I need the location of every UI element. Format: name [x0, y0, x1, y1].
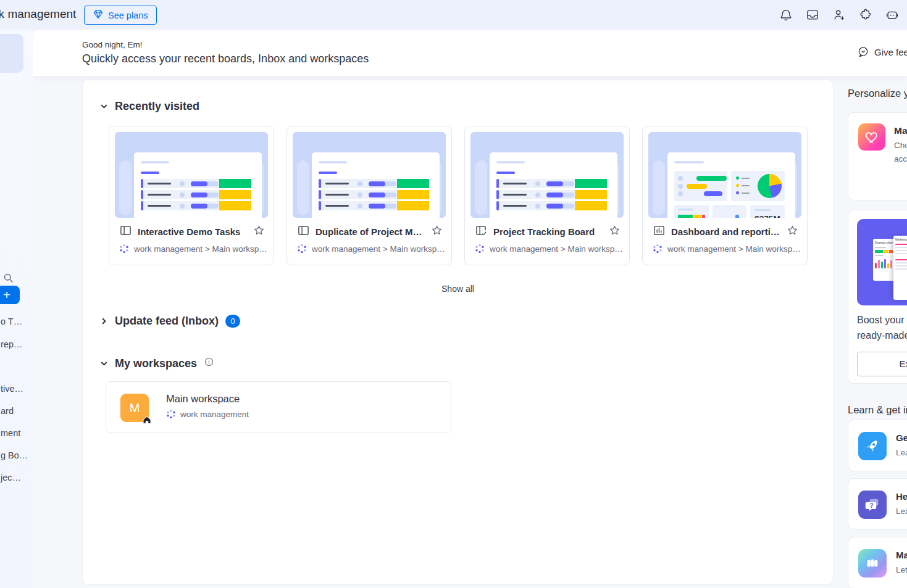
invite-members-icon[interactable]: [832, 8, 846, 22]
sidebar-item-fragment[interactable]: ment: [1, 428, 20, 438]
decor: [503, 194, 527, 196]
show-all-link[interactable]: Show all: [83, 284, 833, 294]
board-title: Duplicate of Project M…: [316, 226, 422, 237]
ai-assistant-icon[interactable]: [885, 8, 899, 22]
work-management-icon: [166, 409, 176, 419]
decor: [180, 204, 185, 209]
learn-card[interactable]: Getting started Learn how monday.com wor…: [848, 420, 907, 471]
mock-title-line: [141, 161, 169, 164]
recently-visited-title: Recently visited: [115, 100, 199, 113]
board-breadcrumb: work management > Main worksp…: [475, 244, 623, 254]
see-plans-button[interactable]: See plans: [84, 6, 157, 25]
decor: [535, 181, 540, 186]
decor: [141, 179, 143, 188]
mock-row: [496, 201, 607, 210]
decor: [325, 194, 349, 196]
decor: [575, 179, 607, 188]
learn-card-subtitle: Learn and get support: [896, 507, 907, 516]
learn-card-subtitle: Let's learn together: [896, 565, 907, 574]
mock-row: [141, 179, 251, 188]
top-bar: work management See plans: [0, 0, 907, 30]
update-feed-title: Update feed (Inbox): [115, 315, 219, 328]
learn-card-title: Help center: [896, 491, 907, 502]
mini-board-marketing: Marketing: [893, 236, 907, 300]
mini-board-title: Marketing: [895, 238, 907, 240]
board-thumbnail: [293, 132, 446, 218]
apps-marketplace-icon[interactable]: [859, 8, 872, 22]
chevron-down-icon: [100, 360, 108, 368]
learn-card-subtitle: Learn how monday.com works: [896, 448, 907, 457]
make-it-yours-card[interactable]: Make it yours Choose your look and feel,…: [848, 112, 907, 201]
decor: [219, 179, 251, 188]
decor: [678, 176, 683, 181]
recent-board-card[interactable]: Interactive Demo Tasks work management >…: [109, 126, 274, 265]
decor: [736, 191, 739, 194]
mock-row: [319, 190, 429, 199]
give-feedback-button[interactable]: Give feedback: [857, 46, 907, 59]
explore-templates-button[interactable]: Explore templates: [857, 352, 907, 376]
chevron-down-icon: [100, 102, 108, 110]
learn-card[interactable]: ? Help center Learn and get support: [848, 478, 907, 530]
mini-board-title: Strategic plann: [875, 241, 887, 243]
inbox-tray-icon[interactable]: [806, 8, 819, 22]
notifications-bell-icon[interactable]: [779, 8, 793, 22]
learn-card[interactable]: Master monday.com Let's learn together: [848, 537, 907, 588]
heart-icon: [858, 123, 885, 151]
pie-widget: [731, 171, 785, 201]
decor: [357, 204, 362, 209]
star-icon[interactable]: [609, 225, 621, 239]
search-icon[interactable]: [2, 272, 14, 284]
sidebar-item-fragment[interactable]: rep…: [1, 339, 22, 349]
mock-row: [319, 179, 429, 188]
sidebar-item-fragment[interactable]: o T…: [1, 317, 22, 326]
sidebar-item-fragment[interactable]: tive…: [1, 384, 23, 394]
board-thumbnail: [470, 132, 624, 218]
decor: [496, 201, 499, 210]
sidebar-item-fragment[interactable]: g Bo…: [1, 450, 28, 460]
thumb-decor: [119, 160, 132, 215]
recent-board-card[interactable]: Duplicate of Project M… work management …: [286, 126, 452, 265]
decor: [180, 181, 185, 186]
sidebar-item-fragment[interactable]: ard: [1, 406, 14, 416]
workspace-card[interactable]: M Main workspace work management: [106, 381, 451, 433]
decor: [357, 193, 362, 197]
mock-title-line: [496, 161, 525, 164]
board-title: Project Tracking Board: [493, 226, 595, 237]
learn-card-title: Master monday.com: [896, 550, 907, 560]
recently-visited-header[interactable]: Recently visited: [100, 100, 199, 113]
header-band: Good night, Em! Quickly access your rece…: [33, 30, 907, 76]
work-management-icon: [119, 244, 129, 254]
workspace-name: Main workspace: [166, 393, 240, 405]
home-icon: [142, 414, 152, 424]
star-icon[interactable]: [253, 225, 265, 239]
decor: [546, 204, 563, 209]
board-title: Interactive Demo Tasks: [138, 226, 240, 237]
templates-card: Strategic plann Marketing Boost your wor…: [848, 210, 907, 384]
sidebar-item-fragment[interactable]: jec…: [1, 473, 21, 482]
mock-row: [319, 201, 429, 210]
star-icon[interactable]: [431, 225, 443, 239]
make-card-title: Make it yours: [894, 125, 907, 136]
decor: [369, 204, 385, 209]
thumb-decor: [475, 160, 487, 215]
decor: [674, 171, 785, 201]
update-feed-header[interactable]: Update feed (Inbox) 0: [100, 315, 240, 328]
decor: [678, 191, 683, 196]
board-mock: [134, 152, 262, 218]
sidebar-item-home-selected[interactable]: [0, 34, 23, 73]
decor: [736, 184, 739, 187]
my-workspaces-header[interactable]: My workspaces: [100, 357, 214, 370]
mock-group-line: [496, 172, 515, 174]
decor: [219, 201, 251, 210]
decor: $375M: [674, 205, 785, 218]
info-icon[interactable]: [204, 357, 214, 370]
breadcrumb-text: work management > Main worksp…: [667, 244, 801, 254]
star-icon[interactable]: [787, 225, 798, 239]
recent-board-card[interactable]: Project Tracking Board work management >…: [464, 126, 630, 265]
mock-title-line: [319, 161, 347, 164]
decor: [319, 179, 321, 188]
recent-board-card[interactable]: $375M Dashboard and reporti… work manage…: [642, 126, 808, 265]
add-board-button[interactable]: +: [0, 286, 20, 304]
topbar-icons: [779, 8, 899, 22]
workspace-avatar: M: [120, 394, 149, 422]
